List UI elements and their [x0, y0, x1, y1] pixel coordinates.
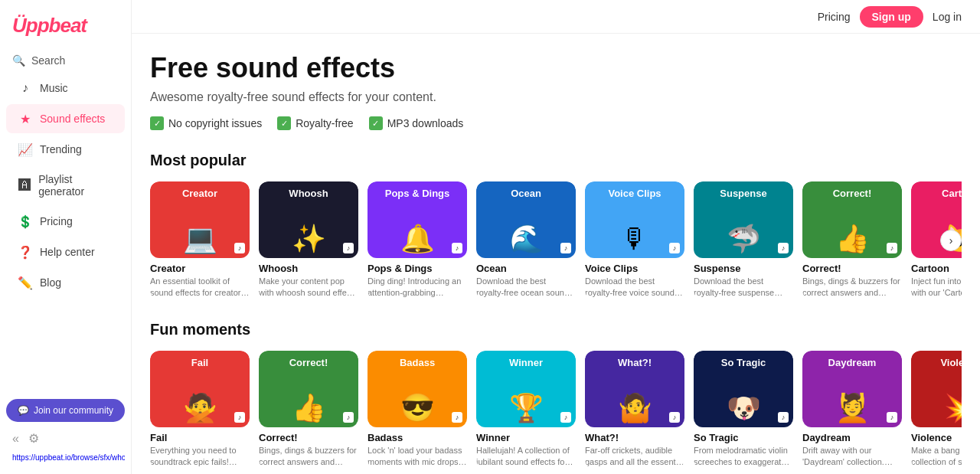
card-ocean[interactable]: Ocean 🌊 ♪ Ocean Download the best royalt…: [476, 181, 576, 299]
sidebar-item-help-center[interactable]: ❓ Help center: [6, 237, 125, 266]
card-name: Voice Clips: [585, 263, 684, 274]
join-community-button[interactable]: 💬 Join our community: [6, 399, 125, 422]
blog-icon: ✏️: [18, 276, 32, 289]
card-fail[interactable]: Fail 🙅 ♪ Fail Everything you need to sou…: [150, 351, 250, 469]
sidebar-item-sound-effects[interactable]: ★ Sound effects: [6, 104, 125, 133]
card-name: Winner: [476, 432, 576, 443]
card-violence[interactable]: Violence 💥 ♪ Violence Make a bang with t…: [911, 351, 962, 469]
topbar: Pricing Sign up Log in: [132, 0, 980, 34]
sidebar-item-pricing[interactable]: 💲 Pricing: [6, 207, 125, 236]
fun-moments-title: Fun moments: [150, 321, 962, 338]
sidebar-item-music[interactable]: ♪ Music: [6, 74, 125, 103]
card-name: Ocean: [476, 263, 576, 274]
card-desc: Lock 'n' load your badass moments with m…: [368, 445, 467, 469]
card-name: What?!: [585, 432, 684, 443]
badge-label: MP3 downloads: [387, 117, 464, 129]
card-desc: Bings, dings & buzzers for correct answe…: [802, 276, 902, 299]
sidebar-item-blog[interactable]: ✏️ Blog: [6, 268, 125, 297]
tiktok-icon: ♪: [234, 243, 245, 253]
fun-moments-row: Fail 🙅 ♪ Fail Everything you need to sou…: [150, 351, 962, 469]
fun-moments-cards: Fail 🙅 ♪ Fail Everything you need to sou…: [150, 351, 962, 469]
card-desc: An essential toolkit of sound effects fo…: [150, 276, 250, 299]
card-suspense[interactable]: Suspense 🦈 ♪ Suspense Download the best …: [694, 181, 793, 299]
join-community-label: Join our community: [34, 405, 113, 416]
sidebar-bottom: 💬 Join our community « ⚙ https://uppbeat…: [0, 390, 131, 474]
card-creator[interactable]: Creator 💻 ♪ Creator An essential toolkit…: [150, 181, 250, 299]
signup-button[interactable]: Sign up: [860, 6, 923, 28]
tiktok-icon: ♪: [452, 412, 462, 423]
card-what[interactable]: What?! 🤷 ♪ What?! Far-off crickets, audi…: [585, 351, 684, 469]
sidebar-item-label: Music: [40, 82, 68, 94]
card-desc: Download the best royalty-free ocean sou…: [476, 276, 576, 299]
card-voice-clips[interactable]: Voice Clips 🎙 ♪ Voice Clips Download the…: [585, 181, 684, 299]
sidebar: Üppbeat 🔍 Search ♪ Music ★ Sound effects…: [0, 0, 132, 474]
trending-icon: 📈: [18, 142, 32, 156]
tiktok-icon: ♪: [887, 243, 897, 253]
sidebar-item-trending[interactable]: 📈 Trending: [6, 135, 125, 164]
logo[interactable]: Üppbeat: [0, 0, 131, 48]
check-icon: ✓: [369, 116, 383, 130]
card-label: Pops & Dings: [368, 188, 467, 199]
card-label: Cartoon: [911, 188, 962, 199]
topbar-pricing[interactable]: Pricing: [818, 11, 851, 23]
card-name: Whoosh: [259, 263, 358, 274]
sidebar-item-label: Playlist generator: [38, 173, 113, 198]
most-popular-title: Most popular: [150, 152, 962, 169]
card-label: Voice Clips: [585, 188, 684, 199]
card-name: Violence: [911, 432, 962, 443]
settings-icon[interactable]: ⚙: [28, 431, 39, 446]
card-label: What?!: [585, 357, 684, 368]
sidebar-item-playlist-generator[interactable]: 🅰 Playlist generator: [6, 165, 125, 205]
card-label: Creator: [150, 188, 250, 199]
card-badass[interactable]: Badass 😎 ♪ Badass Lock 'n' load your bad…: [368, 351, 467, 469]
sidebar-item-label: Help center: [40, 246, 95, 258]
help-icon: ❓: [18, 245, 32, 259]
tiktok-icon: ♪: [669, 243, 680, 253]
url-bar: https://uppbeat.io/browse/sfx/whoosh: [6, 452, 125, 465]
collapse-icon[interactable]: «: [12, 432, 19, 446]
search-icon: 🔍: [12, 54, 25, 67]
card-illustration: 💥: [911, 392, 962, 427]
card-name: Fail: [150, 432, 250, 443]
card-correct[interactable]: Correct! 👍 ♪ Correct! Bings, dings & buz…: [802, 181, 902, 299]
card-desc: Ding ding! Introducing an attention-grab…: [368, 276, 467, 299]
card-name: Cartoon: [911, 263, 962, 274]
tiktok-icon: ♪: [560, 412, 571, 423]
music-icon: ♪: [18, 81, 32, 95]
card-label: Badass: [368, 357, 467, 368]
card-label: Fail: [150, 357, 250, 368]
most-popular-cards: Creator 💻 ♪ Creator An essential toolkit…: [150, 181, 962, 299]
card-name: Daydream: [802, 432, 902, 443]
login-button[interactable]: Log in: [933, 11, 962, 23]
tiktok-icon: ♪: [669, 412, 680, 423]
card-label: So Tragic: [694, 357, 793, 368]
logo-text: Üppbeat: [12, 14, 119, 38]
card-desc: Download the best royalty-free suspense …: [694, 276, 793, 299]
card-name: Suspense: [694, 263, 793, 274]
search-button[interactable]: 🔍 Search: [0, 48, 131, 73]
most-popular-section: Most popular Creator 💻 ♪ Creator An esse…: [150, 152, 962, 299]
badge-label: No copyright issues: [168, 117, 262, 129]
card-desc: Drift away with our 'Daydream' collectio…: [802, 445, 902, 469]
tiktok-icon: ♪: [560, 243, 571, 253]
sound-effects-icon: ★: [18, 112, 32, 126]
card-label: Daydream: [802, 357, 902, 368]
sidebar-item-label: Blog: [40, 276, 61, 289]
card-pops-dings[interactable]: Pops & Dings 🔔 ♪ Pops & Dings Ding ding!…: [368, 181, 467, 299]
fun-moments-section: Fun moments Fail 🙅 ♪ Fail Everything you…: [150, 321, 962, 469]
sidebar-item-label: Pricing: [40, 215, 73, 227]
card-winner[interactable]: Winner 🏆 ♪ Winner Hallelujah! A collecti…: [476, 351, 576, 469]
card-so-tragic[interactable]: So Tragic 🐶 ♪ So Tragic From melodramati…: [694, 351, 793, 469]
card-correct2[interactable]: Correct! 👍 ♪ Correct! Bings, dings & buz…: [259, 351, 358, 469]
scroll-right-button[interactable]: ›: [940, 230, 962, 251]
card-label: Correct!: [802, 188, 902, 199]
badge-royalty-free: ✓ Royalty-free: [277, 116, 353, 130]
card-label: Suspense: [694, 188, 793, 199]
card-desc: Make your content pop with whoosh sound …: [259, 276, 358, 299]
card-daydream[interactable]: Daydream 💆 ♪ Daydream Drift away with ou…: [802, 351, 902, 469]
card-desc: Download the best royalty-free voice sou…: [585, 276, 684, 299]
playlist-icon: 🅰: [18, 178, 31, 192]
card-name: So Tragic: [694, 432, 793, 443]
tiktok-icon: ♪: [234, 412, 245, 423]
card-whoosh[interactable]: Whoosh ✨ ♪ Whoosh Make your content pop …: [259, 181, 358, 299]
